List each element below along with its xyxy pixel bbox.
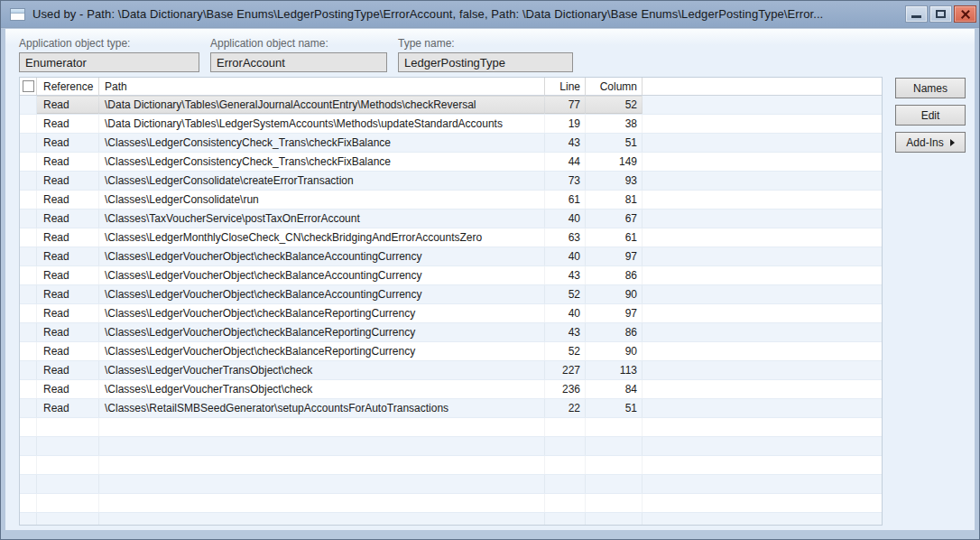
column-cell: 51 xyxy=(586,134,643,152)
trailing-cell xyxy=(643,228,882,247)
line-cell: 52 xyxy=(545,285,586,303)
add-ins-submenu-arrow-icon xyxy=(950,139,955,146)
row-checkbox-cell xyxy=(20,399,37,417)
line-cell: 40 xyxy=(545,209,586,228)
path-cell xyxy=(99,494,545,512)
names-button[interactable]: Names xyxy=(895,78,966,98)
path-cell: \Classes\TaxVoucherService\postTaxOnErro… xyxy=(99,209,545,228)
trailing-cell xyxy=(643,153,882,171)
table-row[interactable]: Read\Classes\LedgerVoucherObject\checkBa… xyxy=(20,304,882,323)
add-ins-button[interactable]: Add-Ins xyxy=(895,132,966,153)
table-row[interactable]: Read\Classes\LedgerVoucherObject\checkBa… xyxy=(20,247,882,266)
table-row[interactable]: Read\Classes\LedgerConsolidate\createErr… xyxy=(20,172,882,191)
table-row[interactable]: Read\Classes\LedgerVoucherTransObject\ch… xyxy=(20,380,882,399)
table-row[interactable]: Read\Classes\LedgerConsistencyCheck_Tran… xyxy=(20,134,882,153)
row-checkbox-cell xyxy=(20,191,37,209)
trailing-cell xyxy=(643,134,882,152)
maximize-button[interactable] xyxy=(929,5,952,23)
edit-button[interactable]: Edit xyxy=(895,105,966,126)
type-name-label: Type name: xyxy=(398,37,573,50)
column-header-column[interactable]: Column xyxy=(586,78,643,95)
column-cell: 86 xyxy=(586,266,643,284)
used-by-window: Used by - Path: \Data Dictionary\Base En… xyxy=(0,0,980,540)
column-cell: 97 xyxy=(586,247,643,265)
line-cell xyxy=(545,456,586,474)
column-header-trailing xyxy=(643,78,882,95)
path-cell: \Classes\LedgerMonthlyCloseCheck_CN\chec… xyxy=(99,228,545,247)
line-cell: 43 xyxy=(545,323,586,341)
close-button[interactable] xyxy=(954,5,976,23)
used-by-grid: Reference Path Line Column Read\Data Dic… xyxy=(19,77,883,526)
line-cell: 73 xyxy=(545,172,586,190)
trailing-cell xyxy=(643,209,882,228)
table-row[interactable]: Read\Classes\LedgerVoucherObject\checkBa… xyxy=(20,266,882,285)
column-cell xyxy=(586,456,643,474)
trailing-cell xyxy=(643,323,882,341)
trailing-cell xyxy=(643,361,882,379)
table-row-empty[interactable] xyxy=(20,475,882,494)
table-row-empty[interactable] xyxy=(20,437,882,456)
reference-cell xyxy=(37,494,99,512)
row-checkbox-cell xyxy=(20,153,37,171)
path-cell: \Classes\LedgerVoucherTransObject\check xyxy=(99,380,545,398)
application-object-type-field: Application object type: Enumerator xyxy=(19,37,199,72)
reference-cell: Read xyxy=(37,342,99,360)
type-name-field: Type name: LedgerPostingType xyxy=(398,37,573,72)
reference-cell: Read xyxy=(37,323,99,341)
trailing-cell xyxy=(643,285,882,303)
reference-cell: Read xyxy=(37,380,99,398)
column-header-reference[interactable]: Reference xyxy=(37,78,99,95)
column-cell: 90 xyxy=(586,342,643,360)
row-checkbox-cell xyxy=(20,513,37,526)
table-row-empty[interactable] xyxy=(20,456,882,475)
titlebar[interactable]: Used by - Path: \Data Dictionary\Base En… xyxy=(1,1,979,28)
table-row[interactable]: Read\Classes\LedgerConsolidate\run6181 xyxy=(20,191,882,209)
row-checkbox-cell xyxy=(20,456,37,474)
trailing-cell xyxy=(643,399,882,417)
row-checkbox-cell xyxy=(20,285,37,303)
window-icon[interactable] xyxy=(10,8,25,21)
reference-cell: Read xyxy=(37,361,99,379)
reference-cell xyxy=(37,475,99,493)
select-all-checkbox[interactable] xyxy=(23,80,34,92)
line-cell xyxy=(545,475,586,493)
table-row[interactable]: Read\Data Dictionary\Tables\LedgerSystem… xyxy=(20,115,882,134)
trailing-cell xyxy=(643,494,882,512)
table-row-empty[interactable] xyxy=(20,513,882,526)
column-cell: 86 xyxy=(586,323,643,341)
reference-cell: Read xyxy=(37,399,99,417)
table-row-empty[interactable] xyxy=(20,418,882,437)
table-row[interactable]: Read\Classes\RetailSMBSeedGenerator\setu… xyxy=(20,399,882,418)
table-row[interactable]: Read\Classes\LedgerVoucherObject\checkBa… xyxy=(20,323,882,342)
table-row[interactable]: Read\Classes\LedgerVoucherObject\checkBa… xyxy=(20,342,882,361)
table-row-empty[interactable] xyxy=(20,494,882,513)
table-row[interactable]: Read\Classes\LedgerVoucherTransObject\ch… xyxy=(20,361,882,380)
table-row[interactable]: Read\Classes\TaxVoucherService\postTaxOn… xyxy=(20,209,882,228)
line-cell: 227 xyxy=(545,361,586,379)
minimize-button[interactable] xyxy=(905,5,928,23)
row-checkbox-cell xyxy=(20,323,37,341)
table-row[interactable]: Read\Classes\LedgerConsistencyCheck_Tran… xyxy=(20,153,882,172)
column-header-path[interactable]: Path xyxy=(99,78,545,95)
column-header-line[interactable]: Line xyxy=(545,78,586,95)
trailing-cell xyxy=(643,475,882,493)
application-object-name-value: ErrorAccount xyxy=(210,52,387,72)
line-cell: 19 xyxy=(545,115,586,133)
row-checkbox-cell xyxy=(20,475,37,493)
line-cell: 43 xyxy=(545,266,586,284)
path-cell xyxy=(99,475,545,493)
table-row[interactable]: Read\Data Dictionary\Tables\GeneralJourn… xyxy=(20,96,882,115)
column-cell: 93 xyxy=(586,172,643,190)
trailing-cell xyxy=(643,380,882,398)
reference-cell: Read xyxy=(37,134,99,152)
trailing-cell xyxy=(643,418,882,436)
column-cell xyxy=(586,437,643,455)
line-cell: 63 xyxy=(545,228,586,247)
reference-cell: Read xyxy=(37,96,99,114)
line-cell xyxy=(545,513,586,526)
names-button-label: Names xyxy=(913,82,948,95)
table-row[interactable]: Read\Classes\LedgerMonthlyCloseCheck_CN\… xyxy=(20,228,882,247)
path-cell: \Classes\LedgerConsistencyCheck_Trans\ch… xyxy=(99,153,545,171)
table-row[interactable]: Read\Classes\LedgerVoucherObject\checkBa… xyxy=(20,285,882,304)
row-checkbox-cell xyxy=(20,361,37,379)
